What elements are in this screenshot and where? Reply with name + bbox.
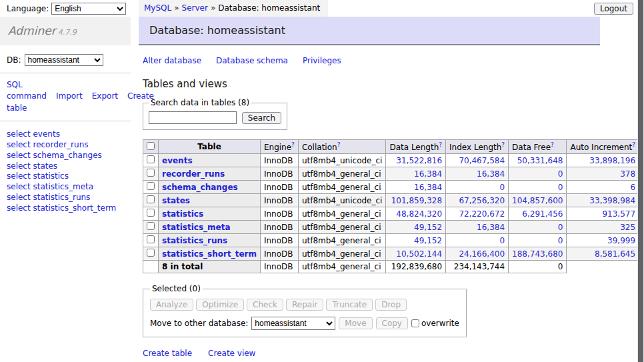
search-button[interactable]: Search (242, 112, 281, 124)
help-link[interactable]: ? (551, 141, 554, 148)
table-name-link[interactable]: statistics_runs (162, 236, 227, 245)
sidebar-select-link[interactable]: select events (7, 129, 124, 140)
row-checkbox[interactable] (147, 195, 155, 203)
help-link[interactable]: ? (337, 141, 341, 148)
data-free-value[interactable]: 188,743,680 (512, 249, 563, 259)
sidebar-select-link[interactable]: select statistics (7, 171, 124, 182)
row-checkbox-cell (143, 194, 159, 207)
table-name-link[interactable]: events (162, 156, 193, 165)
table-name-link[interactable]: statistics (162, 209, 203, 219)
row-checkbox[interactable] (147, 209, 155, 217)
data-free-value[interactable]: 0 (558, 169, 563, 179)
auto-increment-value[interactable]: 325 (620, 223, 635, 232)
data-free-value[interactable]: 50,331,648 (517, 156, 563, 165)
data-length-value[interactable]: 10,502,144 (396, 249, 442, 259)
sidebar-select-link[interactable]: select statistics_short_term (7, 203, 124, 214)
data-free-value[interactable]: 0 (558, 236, 563, 245)
scrollbar-thumb[interactable] (638, 0, 643, 362)
index-length-value[interactable]: 67,256,320 (459, 196, 505, 205)
auto-increment-cell: 325 (567, 221, 639, 234)
analyze-button[interactable]: Analyze (150, 299, 193, 311)
auto-increment-value[interactable]: 33,398,984 (589, 196, 635, 205)
sidebar-actions: SQL commandImportExportCreate table (0, 73, 131, 121)
copy-button[interactable]: Copy (376, 317, 408, 329)
sidebar-action-link[interactable]: SQL command (7, 80, 47, 101)
row-checkbox[interactable] (147, 249, 155, 257)
table-name-link[interactable]: statistics_short_term (162, 249, 257, 259)
table-name-link[interactable]: states (162, 196, 190, 205)
data-length-value[interactable]: 101,859,328 (391, 196, 442, 205)
sidebar-action-link[interactable]: Export (92, 91, 118, 101)
data-free-value[interactable]: 6,291,456 (522, 209, 563, 219)
row-checkbox[interactable] (147, 222, 155, 230)
check-button[interactable]: Check (247, 299, 283, 311)
data-length-value[interactable]: 49,152 (414, 223, 442, 232)
row-checkbox[interactable] (147, 169, 155, 177)
search-input[interactable] (149, 111, 237, 124)
index-length-value[interactable]: 24,166,400 (459, 249, 505, 259)
breadcrumb-item[interactable]: Server (182, 3, 208, 13)
auto-increment-value[interactable]: 33,898,196 (589, 156, 635, 165)
total-checkbox-cell (143, 261, 159, 273)
auto-increment-value[interactable]: 378 (620, 169, 635, 179)
move-button[interactable]: Move (339, 317, 372, 329)
index-length-value[interactable]: 70,467,584 (459, 156, 505, 165)
db-action-link[interactable]: Alter database (143, 56, 201, 65)
index-length-value[interactable]: 72,220,672 (459, 209, 505, 219)
help-link[interactable]: ? (501, 141, 505, 148)
db-select[interactable]: homeassistant (25, 54, 103, 66)
row-checkbox[interactable] (147, 155, 155, 163)
truncate-button[interactable]: Truncate (326, 299, 373, 311)
data-length-value[interactable]: 31,522,816 (396, 156, 442, 165)
table-name-link[interactable]: recorder_runs (162, 169, 225, 179)
data-free-cell: 50,331,648 (509, 154, 567, 167)
auto-increment-value[interactable]: 8,581,645 (595, 249, 635, 259)
breadcrumb-item[interactable]: MySQL (144, 3, 171, 13)
table-row: statesInnoDButf8mb4_unicode_ci101,859,32… (143, 194, 644, 207)
move-db-select[interactable]: homeassistant (251, 317, 335, 330)
data-length-value[interactable]: 48,824,320 (396, 209, 442, 219)
help-link[interactable]: ? (291, 141, 295, 148)
select-all-checkbox[interactable] (147, 142, 155, 150)
vertical-scrollbar[interactable] (637, 0, 644, 362)
index-length-value[interactable]: 16,384 (477, 169, 505, 179)
sidebar-select-link[interactable]: select statistics_runs (7, 193, 124, 203)
language-select[interactable]: English (51, 3, 126, 15)
drop-button[interactable]: Drop (375, 299, 407, 311)
row-checkbox[interactable] (147, 182, 155, 190)
db-action-link[interactable]: Database schema (216, 56, 288, 65)
help-link[interactable]: ? (439, 141, 442, 148)
index-length-value[interactable]: 0 (499, 236, 505, 245)
db-action-link[interactable]: Privileges (303, 56, 341, 65)
data-length-value[interactable]: 49,152 (414, 236, 442, 245)
index-length-value[interactable]: 16,384 (477, 223, 505, 232)
table-name-link[interactable]: schema_changes (162, 183, 238, 192)
auto-increment-value[interactable]: 913,577 (602, 209, 635, 219)
index-length-value[interactable]: 0 (499, 183, 505, 192)
sidebar-select-link[interactable]: select schema_changes (7, 151, 124, 161)
auto-increment-value[interactable]: 6 (630, 183, 635, 192)
data-free-value[interactable]: 104,857,600 (512, 196, 563, 205)
table-name-link[interactable]: statistics_meta (162, 223, 231, 232)
page-title: Database: homeassistant (139, 17, 600, 45)
overwrite-checkbox[interactable] (411, 319, 419, 327)
data-length-value[interactable]: 16,384 (414, 169, 442, 179)
data-length-value[interactable]: 16,384 (414, 183, 442, 192)
sidebar-action-link[interactable]: Import (56, 91, 83, 101)
help-link[interactable]: ? (632, 141, 635, 148)
data-free-value[interactable]: 0 (558, 223, 563, 232)
create-link[interactable]: Create view (208, 349, 255, 358)
collation-cell: utf8mb4_general_ci (298, 181, 386, 194)
repair-button[interactable]: Repair (286, 299, 323, 311)
logout-button[interactable]: Logout (594, 3, 633, 15)
row-checkbox[interactable] (147, 235, 155, 243)
auto-increment-cell: 378 (567, 167, 639, 181)
sidebar-select-link[interactable]: select states (7, 161, 124, 172)
auto-increment-value[interactable]: 39,999 (607, 236, 635, 245)
create-link[interactable]: Create table (143, 349, 192, 358)
sidebar-select-link[interactable]: select statistics_meta (7, 182, 124, 193)
data-free-value[interactable]: 0 (558, 183, 563, 192)
optimize-button[interactable]: Optimize (196, 299, 244, 311)
top-bar: Language:English MySQL»Server»Database: … (0, 0, 637, 17)
sidebar-select-link[interactable]: select recorder_runs (7, 140, 124, 151)
